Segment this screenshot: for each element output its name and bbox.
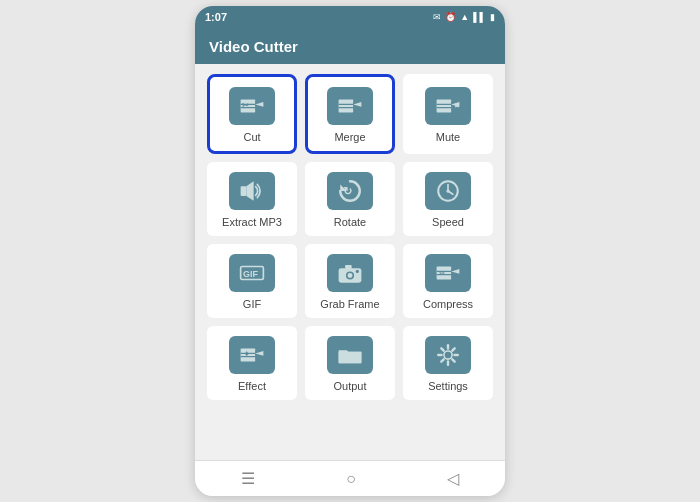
grid-item-extract-mp3[interactable]: Extract MP3 [207,162,297,236]
signal-icon: ▌▌ [473,12,486,22]
svg-text:↻: ↻ [343,185,352,197]
effect-label: Effect [238,380,266,392]
mute-label: Mute [436,131,460,143]
grid-item-rotate[interactable]: ↻ Rotate [305,162,395,236]
svg-rect-14 [437,100,452,113]
grid-item-cut[interactable]: ✂ Cut [207,74,297,154]
settings-icon-box [425,336,471,374]
svg-line-56 [441,348,443,350]
status-time: 1:07 [205,11,227,23]
svg-point-28 [446,189,449,192]
mute-icon-box [425,87,471,125]
mute-icon [435,93,461,119]
svg-rect-21 [241,186,247,196]
grab-frame-icon [337,260,363,286]
menu-nav-icon[interactable]: ☰ [241,469,255,488]
grid-item-compress[interactable]: ⇔ Compress [403,244,493,318]
svg-line-58 [452,348,454,350]
phone-frame: 1:07 ✉ ⏰ ▲ ▌▌ ▮ Video Cutter [195,6,505,496]
svg-rect-34 [345,265,352,269]
cut-label: Cut [243,131,260,143]
wifi-icon: ▲ [460,12,469,22]
output-icon [337,342,363,368]
grid-item-grab-frame[interactable]: Grab Frame [305,244,395,318]
content-area: ✂ Cut Merge [195,64,505,460]
status-bar: 1:07 ✉ ⏰ ▲ ▌▌ ▮ [195,6,505,28]
merge-label: Merge [334,131,365,143]
rotate-icon-box: ↻ [327,172,373,210]
svg-marker-22 [246,181,253,201]
extract-mp3-label: Extract MP3 [222,216,282,228]
home-nav-icon[interactable]: ○ [346,470,356,488]
svg-line-59 [441,359,443,361]
battery-icon: ▮ [490,12,495,22]
gif-icon: GIF [239,260,265,286]
status-icons: ✉ ⏰ ▲ ▌▌ ▮ [433,12,495,22]
svg-point-33 [348,273,353,278]
compress-label: Compress [423,298,473,310]
grid-item-speed[interactable]: Speed [403,162,493,236]
compress-icon-box: ⇔ [425,254,471,292]
msg-icon: ✉ [433,12,441,22]
clock-icon: ⏰ [445,12,456,22]
grab-frame-label: Grab Frame [320,298,379,310]
svg-rect-50 [339,352,362,363]
app-header: Video Cutter [195,28,505,64]
compress-icon: ⇔ [435,260,461,286]
gif-icon-box: GIF [229,254,275,292]
svg-rect-8 [339,100,354,113]
back-nav-icon[interactable]: ◁ [447,469,459,488]
extract-mp3-icon-box [229,172,275,210]
output-label: Output [333,380,366,392]
output-icon-box [327,336,373,374]
svg-point-51 [444,351,452,359]
grid-item-mute[interactable]: Mute [403,74,493,154]
grid: ✂ Cut Merge [207,74,493,400]
merge-icon-box [327,87,373,125]
merge-icon [337,93,363,119]
settings-label: Settings [428,380,468,392]
effect-icon-box: ✦ [229,336,275,374]
rotate-label: Rotate [334,216,366,228]
svg-text:GIF: GIF [243,269,258,279]
effect-icon: ✦ [239,342,265,368]
cut-icon: ✂ [239,93,265,119]
cut-icon-box: ✂ [229,87,275,125]
rotate-icon: ↻ [337,178,363,204]
grid-item-merge[interactable]: Merge [305,74,395,154]
extract-mp3-icon [239,178,265,204]
speed-label: Speed [432,216,464,228]
speed-icon [435,178,461,204]
svg-text:✦: ✦ [243,349,251,359]
svg-text:✂: ✂ [242,101,249,110]
speed-icon-box [425,172,471,210]
grid-item-gif[interactable]: GIF GIF [207,244,297,318]
grid-item-output[interactable]: Output [305,326,395,400]
nav-bar: ☰ ○ ◁ [195,460,505,496]
settings-icon [435,342,461,368]
svg-text:⇔: ⇔ [439,268,445,277]
svg-line-57 [452,359,454,361]
grid-item-effect[interactable]: ✦ Effect [207,326,297,400]
grid-item-settings[interactable]: Settings [403,326,493,400]
gif-label: GIF [243,298,261,310]
grab-frame-icon-box [327,254,373,292]
app-title: Video Cutter [209,38,298,55]
svg-point-35 [356,270,359,273]
